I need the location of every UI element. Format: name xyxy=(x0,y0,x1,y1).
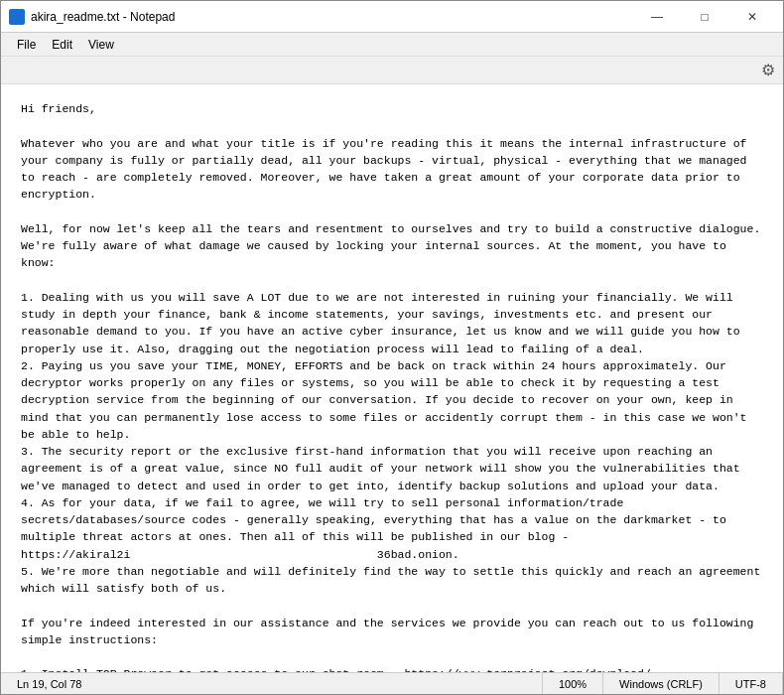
title-bar: akira_readme.txt - Notepad — □ ✕ xyxy=(1,1,783,33)
maximize-button[interactable]: □ xyxy=(682,1,727,33)
status-encoding: UTF-8 xyxy=(719,673,783,694)
status-bar: Ln 19, Col 78 100% Windows (CRLF) UTF-8 xyxy=(1,672,783,694)
menu-edit[interactable]: Edit xyxy=(44,36,80,54)
window-controls: — □ ✕ xyxy=(634,1,775,33)
status-zoom: 100% xyxy=(543,673,603,694)
minimize-button[interactable]: — xyxy=(634,1,680,33)
toolbar: ⚙ xyxy=(1,57,783,84)
menu-file[interactable]: File xyxy=(9,36,44,54)
status-position: Ln 19, Col 78 xyxy=(1,673,543,694)
document-text: Hi friends, Whatever who you are and wha… xyxy=(21,100,763,672)
notepad-icon xyxy=(9,9,25,25)
window-title: akira_readme.txt - Notepad xyxy=(31,10,634,24)
main-window: akira_readme.txt - Notepad — □ ✕ File Ed… xyxy=(0,0,784,695)
close-button[interactable]: ✕ xyxy=(729,1,775,33)
menu-view[interactable]: View xyxy=(80,36,122,54)
status-line-endings: Windows (CRLF) xyxy=(603,673,719,694)
gear-icon[interactable]: ⚙ xyxy=(761,61,775,79)
content-area[interactable]: Hi friends, Whatever who you are and wha… xyxy=(1,84,783,672)
menu-bar: File Edit View xyxy=(1,33,783,57)
